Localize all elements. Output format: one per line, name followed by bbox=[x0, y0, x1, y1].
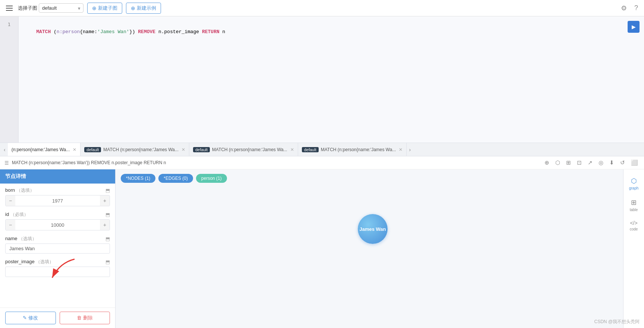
plus-icon-2: ⊕ bbox=[131, 5, 135, 11]
content-area: 节点详情 born （选填） ⬒ − + bbox=[0, 169, 644, 328]
tab-item-3[interactable]: default MATCH (n:person{name:'James Wa..… bbox=[298, 143, 407, 156]
help-icon[interactable]: ? bbox=[633, 3, 640, 14]
graph-view-icon: ⬡ bbox=[631, 177, 637, 185]
graph-view-button[interactable]: ⬡ graph bbox=[624, 174, 644, 193]
code-area[interactable]: MATCH (n:person{name:'James Wan'}) REMOV… bbox=[19, 16, 644, 143]
plus-icon: ⊕ bbox=[92, 5, 97, 11]
tab-close-1[interactable]: ✕ bbox=[181, 147, 185, 152]
query-text: MATCH (n:person{name:'James Wan'}) REMOV… bbox=[12, 160, 166, 165]
settings-icon[interactable]: ⚙ bbox=[619, 3, 628, 14]
code-view-label: code bbox=[630, 227, 638, 231]
tab-item-0[interactable]: (n:person{name:'James Wa... ✕ bbox=[8, 143, 81, 156]
tab-close-2[interactable]: ✕ bbox=[290, 147, 294, 152]
delete-button[interactable]: 🗑 删除 bbox=[60, 312, 110, 324]
tab-badge-1: default bbox=[84, 147, 101, 152]
run-button[interactable]: ▶ bbox=[628, 21, 640, 33]
field-poster-name: poster_image （选填） bbox=[5, 259, 54, 265]
new-instance-button[interactable]: ⊕ 新建示例 bbox=[126, 3, 161, 14]
code-view-button[interactable]: </> code bbox=[624, 217, 644, 234]
new-instance-label: 新建示例 bbox=[137, 5, 156, 12]
born-minus-btn[interactable]: − bbox=[6, 195, 15, 206]
table-view-button[interactable]: ⊞ table bbox=[624, 195, 644, 215]
graph-view-label: graph bbox=[629, 186, 639, 190]
download-icon[interactable]: ⬇ bbox=[608, 159, 616, 167]
kw-string: 'James Wan' bbox=[97, 29, 129, 35]
graph-label: 选择子图 bbox=[18, 5, 37, 12]
edit-button[interactable]: ✎ 修改 bbox=[5, 312, 56, 324]
graph-node-james-wan[interactable]: James Wan bbox=[358, 214, 388, 244]
field-born-name: born （选填） bbox=[5, 187, 34, 194]
tab-item-2[interactable]: default MATCH (n:person{name:'James Wa..… bbox=[189, 143, 298, 156]
code-view-icon: </> bbox=[630, 220, 637, 226]
id-input[interactable] bbox=[15, 220, 100, 230]
field-name: name （选填） ⬒ James Wan bbox=[5, 236, 110, 254]
bottom-panel: ‹ (n:person{name:'James Wa... ✕ default … bbox=[0, 143, 644, 328]
fullscreen-icon[interactable]: ⬜ bbox=[629, 159, 640, 167]
watermark: CSDN @我不想头秃阿 bbox=[594, 319, 640, 325]
field-name-name: name （选填） bbox=[5, 236, 37, 242]
refresh-icon[interactable]: ↺ bbox=[619, 159, 626, 167]
id-minus-btn[interactable]: − bbox=[6, 220, 15, 230]
tab-close-0[interactable]: ✕ bbox=[73, 147, 76, 152]
born-plus-btn[interactable]: + bbox=[100, 195, 110, 206]
graph-select[interactable]: default bbox=[39, 3, 83, 13]
code-editor: 1 MATCH (n:person{name:'James Wan'}) REM… bbox=[0, 16, 644, 143]
line-numbers: 1 bbox=[0, 16, 19, 143]
target-icon[interactable]: ◎ bbox=[597, 159, 605, 167]
middle-panel: *NODES (1) *EDGES (0) person (1) James W… bbox=[116, 169, 623, 328]
kw-node: n:person bbox=[57, 29, 80, 35]
copy-born-icon[interactable]: ⬒ bbox=[105, 188, 110, 193]
tab-label-2: MATCH (n:person{name:'James Wa... bbox=[212, 147, 287, 152]
connect-icon[interactable]: ⬡ bbox=[554, 159, 562, 167]
tab-next-arrow[interactable]: › bbox=[407, 147, 413, 153]
copy-id-icon[interactable]: ⬒ bbox=[105, 212, 110, 217]
expand-icon[interactable]: ⊞ bbox=[565, 159, 572, 167]
field-id-name: id （必填） bbox=[5, 211, 28, 218]
toolbar-right: ⚙ ? bbox=[619, 3, 640, 14]
code-brace2: }) bbox=[129, 29, 138, 35]
field-born: born （选填） ⬒ − + bbox=[5, 187, 110, 206]
field-born-label: born （选填） ⬒ bbox=[5, 187, 110, 194]
code-prop: n.poster_image bbox=[155, 29, 202, 35]
kw-return: RETURN bbox=[202, 29, 220, 35]
graph-selector: 选择子图 default bbox=[18, 3, 83, 13]
query-bar: ☰ MATCH (n:person{name:'James Wan'}) REM… bbox=[0, 156, 644, 169]
line-num-1: 1 bbox=[5, 21, 14, 28]
field-name-value: James Wan bbox=[5, 243, 110, 254]
tab-badge-3: default bbox=[302, 147, 319, 152]
field-poster-value bbox=[5, 267, 110, 277]
add-node-icon[interactable]: ⊕ bbox=[543, 159, 551, 167]
new-subgraph-button[interactable]: ⊕ 新建子图 bbox=[87, 3, 122, 14]
tab-label-0: (n:person{name:'James Wa... bbox=[12, 147, 70, 152]
left-panel-footer: ✎ 修改 🗑 删除 bbox=[0, 308, 115, 328]
code-brace: {name: bbox=[80, 29, 97, 35]
tab-label-1: MATCH (n:person{name:'James Wa... bbox=[103, 147, 179, 152]
tab-label-3: MATCH (n:person{name:'James Wa... bbox=[321, 147, 396, 152]
copy-poster-icon[interactable]: ⬒ bbox=[105, 259, 110, 265]
id-plus-btn[interactable]: + bbox=[100, 220, 110, 230]
tabs-bar: ‹ (n:person{name:'James Wa... ✕ default … bbox=[0, 143, 644, 156]
copy-name-icon[interactable]: ⬒ bbox=[105, 236, 110, 242]
filter-icon[interactable]: ⊡ bbox=[575, 159, 583, 167]
code-space: ( bbox=[51, 29, 57, 35]
node-details-header: 节点详情 bbox=[0, 169, 115, 184]
menu-icon[interactable] bbox=[4, 4, 14, 12]
born-input[interactable] bbox=[15, 195, 100, 206]
right-panel: ⬡ graph ⊞ table </> code bbox=[623, 169, 644, 328]
tab-item-1[interactable]: default MATCH (n:person{name:'James Wa..… bbox=[80, 143, 189, 156]
tab-close-3[interactable]: ✕ bbox=[399, 147, 402, 152]
field-id-input: − + bbox=[5, 219, 110, 230]
graph-select-wrapper: default bbox=[39, 3, 83, 13]
table-view-label: table bbox=[630, 208, 638, 212]
kw-remove: REMOVE bbox=[138, 29, 155, 35]
node-details-body: born （选填） ⬒ − + id （必填） ⬒ bbox=[0, 184, 115, 308]
tab-prev-arrow[interactable]: ‹ bbox=[1, 147, 8, 153]
field-poster-label: poster_image （选填） ⬒ bbox=[5, 259, 110, 265]
field-id-label: id （必填） ⬒ bbox=[5, 211, 110, 218]
new-subgraph-label: 新建子图 bbox=[98, 5, 117, 12]
table-view-icon: ⊞ bbox=[631, 198, 637, 207]
top-toolbar: 选择子图 default ⊕ 新建子图 ⊕ 新建示例 ⚙ ? bbox=[0, 0, 644, 16]
query-doc-icon: ☰ bbox=[4, 160, 9, 166]
query-bar-right: ⊕ ⬡ ⊞ ⊡ ↗ ◎ ⬇ ↺ ⬜ bbox=[543, 159, 640, 167]
path-icon[interactable]: ↗ bbox=[586, 159, 594, 167]
